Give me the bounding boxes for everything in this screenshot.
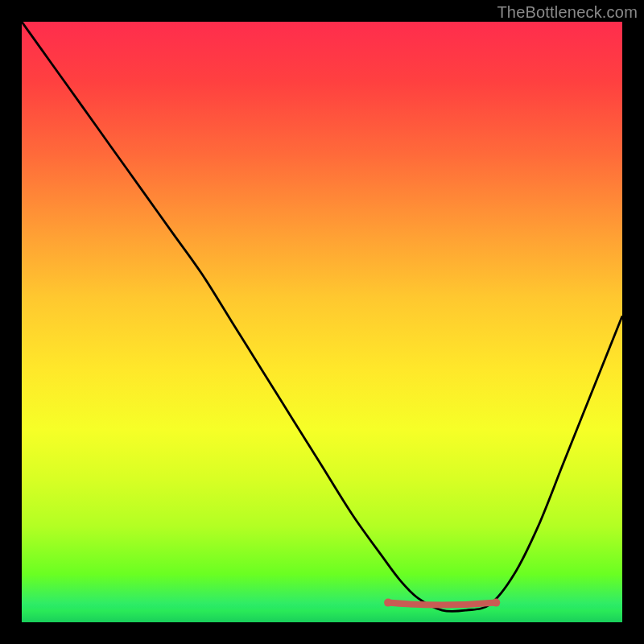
bottleneck-curve [22, 22, 622, 612]
curve-layer [22, 22, 622, 622]
optimal-range-start-dot [384, 599, 392, 607]
watermark-text: TheBottleneck.com [497, 3, 638, 22]
optimal-range-end-dot [492, 599, 500, 607]
optimal-range-marker [388, 603, 496, 605]
plot-area [22, 22, 622, 622]
chart-frame: TheBottleneck.com [0, 0, 644, 644]
